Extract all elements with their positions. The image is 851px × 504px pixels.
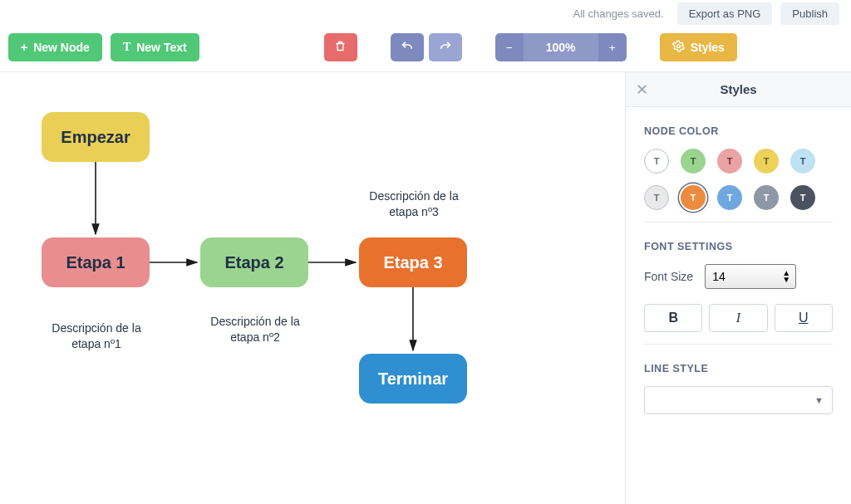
trash-icon [334, 40, 347, 55]
zoom-group: − 100% + [495, 33, 627, 61]
plus-icon: + [609, 42, 616, 54]
new-text-label: New Text [136, 41, 186, 54]
history-group [391, 33, 462, 61]
underline-button[interactable]: U [775, 304, 833, 332]
minus-icon: − [506, 42, 513, 54]
font-size-select[interactable]: 14 ▲▼ [705, 264, 796, 289]
redo-button[interactable] [429, 33, 462, 61]
panel-title: Styles [626, 82, 851, 96]
delete-button[interactable] [324, 33, 357, 61]
styles-button[interactable]: Styles [660, 33, 737, 61]
chevron-updown-icon: ▲▼ [782, 270, 790, 283]
new-node-button[interactable]: + New Node [8, 33, 102, 61]
font-settings-heading: FONT SETTINGS [644, 241, 833, 252]
close-icon[interactable]: ✕ [636, 81, 648, 99]
chevron-down-icon: ▼ [814, 395, 824, 405]
plus-icon: + [21, 41, 27, 54]
zoom-in-button[interactable]: + [598, 33, 627, 61]
export-png-button[interactable]: Export as PNG [677, 2, 773, 25]
svg-point-0 [676, 45, 680, 48]
color-swatch[interactable]: T [754, 185, 779, 210]
undo-button[interactable] [391, 33, 424, 61]
divider [644, 344, 833, 345]
topbar: All changes saved. Export as PNG Publish [0, 0, 851, 27]
font-size-label: Font Size [644, 270, 693, 283]
new-text-button[interactable]: T New Text [111, 33, 199, 61]
underline-icon: U [799, 311, 809, 325]
canvas[interactable]: EmpezarEtapa 1Etapa 2Etapa 3Terminar Des… [0, 72, 625, 504]
undo-icon [401, 40, 414, 56]
line-style-heading: LINE STYLE [644, 363, 833, 374]
node-stage2[interactable]: Etapa 2 [200, 237, 308, 287]
text-icon: T [123, 41, 130, 54]
italic-icon: I [736, 311, 740, 325]
node-start[interactable]: Empezar [42, 112, 150, 162]
zoom-out-button[interactable]: − [495, 33, 524, 61]
node-color-heading: NODE COLOR [644, 125, 833, 137]
node-end[interactable]: Terminar [359, 354, 467, 404]
redo-icon [439, 40, 452, 56]
color-swatch[interactable]: T [717, 185, 742, 210]
save-status: All changes saved. [573, 7, 664, 20]
new-node-label: New Node [33, 41, 90, 54]
font-size-value: 14 [712, 270, 726, 283]
bold-button[interactable]: B [644, 304, 702, 332]
bold-icon: B [668, 311, 678, 325]
color-swatch[interactable]: T [754, 149, 779, 174]
color-swatch[interactable]: T [644, 185, 669, 210]
color-swatch[interactable]: T [717, 149, 742, 174]
color-swatch[interactable]: T [681, 149, 706, 174]
panel-header: ✕ Styles [626, 72, 851, 107]
divider [644, 222, 833, 223]
styles-label: Styles [691, 41, 725, 54]
gear-icon [672, 40, 685, 55]
publish-button[interactable]: Publish [780, 2, 839, 25]
color-swatch[interactable]: T [790, 149, 815, 174]
line-style-select[interactable]: ▼ [644, 386, 833, 414]
node-stage3[interactable]: Etapa 3 [359, 237, 467, 287]
description-d3[interactable]: Descripción de laetapa nº3 [364, 188, 464, 220]
zoom-value: 100% [524, 33, 598, 61]
description-d1[interactable]: Descripción de laetapa nº1 [47, 321, 146, 352]
styles-panel: ✕ Styles NODE COLOR TTTTTTTTTT FONT SETT… [625, 72, 851, 504]
italic-button[interactable]: I [709, 304, 767, 332]
color-swatch[interactable]: T [681, 185, 706, 210]
color-swatch[interactable]: T [644, 149, 669, 174]
workspace: EmpezarEtapa 1Etapa 2Etapa 3Terminar Des… [0, 72, 851, 504]
description-d2[interactable]: Descripción de laetapa nº2 [205, 314, 305, 345]
toolbar: + New Node T New Text − 100% + [0, 27, 851, 72]
color-swatch[interactable]: T [790, 185, 815, 210]
node-stage1[interactable]: Etapa 1 [42, 237, 150, 287]
